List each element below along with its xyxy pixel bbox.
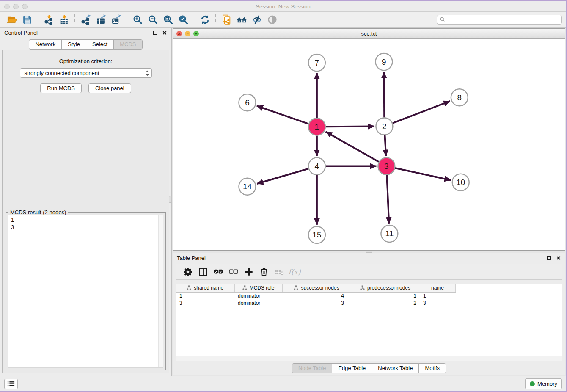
- edge-3-11[interactable]: [387, 175, 389, 224]
- svg-text:9: 9: [382, 58, 386, 66]
- close-window-icon[interactable]: [4, 4, 10, 9]
- tab-select[interactable]: Select: [86, 39, 114, 50]
- table-hscrollbar[interactable]: [176, 356, 562, 361]
- close-panel-icon[interactable]: [161, 30, 167, 36]
- cell-predecessor-nodes[interactable]: 1: [351, 292, 420, 299]
- node-4[interactable]: 4: [308, 158, 325, 175]
- criterion-dropdown-value: strongly connected component: [25, 70, 145, 76]
- import-network-icon[interactable]: [41, 13, 56, 26]
- edge-3-10[interactable]: [395, 168, 451, 180]
- network-minimize-icon[interactable]: −: [185, 31, 190, 36]
- cell-shared-name[interactable]: 3: [176, 299, 234, 306]
- delete-column-icon: [272, 265, 286, 278]
- cell-successor-nodes[interactable]: 4: [282, 292, 351, 299]
- zoom-window-icon[interactable]: [22, 4, 28, 9]
- node-8[interactable]: 8: [451, 89, 468, 106]
- edge-3-1[interactable]: [326, 132, 379, 162]
- criterion-dropdown[interactable]: strongly connected component: [20, 68, 152, 78]
- float-panel-icon[interactable]: [152, 30, 158, 36]
- cell-successor-nodes[interactable]: 3: [282, 299, 351, 306]
- export-network-icon[interactable]: [78, 13, 93, 26]
- cell-mcds-role[interactable]: dominator: [234, 299, 282, 306]
- node-10[interactable]: 10: [452, 174, 469, 191]
- float-table-panel-icon[interactable]: [546, 255, 552, 261]
- memory-label: Memory: [537, 381, 557, 387]
- home-layout-icon[interactable]: [234, 13, 249, 26]
- table-row[interactable]: 3dominator323: [176, 299, 462, 306]
- open-session-icon[interactable]: [4, 13, 19, 26]
- network-close-icon[interactable]: ✕: [176, 31, 182, 36]
- tab-style[interactable]: Style: [61, 39, 86, 50]
- control-panel: Control Panel NetworkStyleSelectMCDS Opt…: [0, 28, 172, 376]
- hide-panel-icon[interactable]: [249, 13, 264, 26]
- close-panel-button[interactable]: Close panel: [88, 83, 131, 93]
- node-15[interactable]: 15: [308, 226, 325, 243]
- column-header-filler: [455, 284, 462, 292]
- node-14[interactable]: 14: [239, 178, 256, 195]
- show-panel-icon[interactable]: [264, 13, 280, 26]
- network-canvas[interactable]: 7968124314101511: [173, 39, 565, 250]
- zoom-selected-icon[interactable]: [176, 13, 191, 26]
- zoom-out-icon[interactable]: [145, 13, 160, 26]
- node-2[interactable]: 2: [376, 118, 393, 135]
- cell-mcds-role[interactable]: dominator: [234, 292, 282, 299]
- duplicate-network-icon[interactable]: [219, 13, 234, 26]
- column-header-successor-nodes[interactable]: successor nodes: [282, 284, 351, 292]
- mcds-result-text[interactable]: 1 3: [8, 215, 158, 367]
- edge-2-9[interactable]: [384, 72, 385, 117]
- toolbar-separator: [38, 14, 38, 25]
- refresh-layout-icon[interactable]: [197, 13, 212, 26]
- deselect-all-icon[interactable]: [227, 265, 240, 278]
- table-row[interactable]: 1dominator411: [176, 292, 462, 299]
- close-table-panel-icon[interactable]: [555, 255, 561, 261]
- memory-button[interactable]: Memory: [525, 378, 562, 389]
- zoom-in-icon[interactable]: [130, 13, 145, 26]
- panel-splitter-handle[interactable]: [169, 196, 172, 203]
- edge-1-6[interactable]: [257, 106, 308, 124]
- add-row-icon[interactable]: [242, 265, 256, 278]
- cell-name[interactable]: 1: [420, 292, 455, 299]
- column-header-mcds-role[interactable]: MCDS role: [234, 284, 282, 292]
- save-session-icon[interactable]: [19, 13, 35, 26]
- tab-mcds[interactable]: MCDS: [113, 39, 142, 50]
- run-mcds-button[interactable]: Run MCDS: [40, 83, 82, 93]
- edge-4-14[interactable]: [257, 168, 308, 184]
- delete-row-icon[interactable]: [257, 265, 271, 278]
- tab-network[interactable]: Network: [29, 39, 62, 50]
- edge-1-2[interactable]: [326, 127, 374, 127]
- canvas-splitter-handle[interactable]: [366, 251, 372, 253]
- task-history-button[interactable]: [4, 379, 18, 389]
- network-zoom-icon[interactable]: +: [193, 31, 199, 36]
- minimize-window-icon[interactable]: [13, 4, 19, 9]
- mcds-result-group: MCDS result (2 nodes) 1 3: [6, 212, 166, 370]
- node-7[interactable]: 7: [308, 54, 325, 71]
- column-header-shared-name[interactable]: shared name: [176, 284, 234, 292]
- export-image-icon[interactable]: [108, 13, 124, 26]
- select-all-icon[interactable]: [212, 265, 225, 278]
- search-input[interactable]: [447, 17, 559, 22]
- cell-name[interactable]: 3: [420, 299, 455, 306]
- node-11[interactable]: 11: [381, 225, 398, 242]
- export-table-icon[interactable]: [93, 13, 108, 26]
- split-panel-icon[interactable]: [196, 265, 210, 278]
- edge-2-8[interactable]: [393, 101, 450, 123]
- tab-node-table[interactable]: Node Table: [292, 363, 333, 373]
- edge-2-3[interactable]: [385, 135, 386, 156]
- node-3[interactable]: 3: [378, 158, 395, 175]
- column-header-predecessor-nodes[interactable]: predecessor nodes: [351, 284, 420, 292]
- main-toolbar: [0, 12, 566, 28]
- zoom-fit-icon[interactable]: [160, 13, 176, 26]
- settings-icon[interactable]: [181, 265, 195, 278]
- import-table-icon[interactable]: [56, 13, 72, 26]
- node-1[interactable]: 1: [308, 118, 325, 135]
- result-scrollbar[interactable]: [158, 215, 163, 367]
- column-header-name[interactable]: name: [420, 284, 455, 292]
- tab-network-table[interactable]: Network Table: [372, 363, 419, 373]
- node-6[interactable]: 6: [239, 94, 256, 111]
- tab-edge-table[interactable]: Edge Table: [332, 363, 372, 373]
- node-9[interactable]: 9: [375, 53, 392, 70]
- tab-motifs[interactable]: Motifs: [418, 363, 446, 373]
- cell-shared-name[interactable]: 1: [176, 292, 234, 299]
- network-window-title: scc.txt: [361, 30, 377, 37]
- cell-predecessor-nodes[interactable]: 2: [351, 299, 420, 306]
